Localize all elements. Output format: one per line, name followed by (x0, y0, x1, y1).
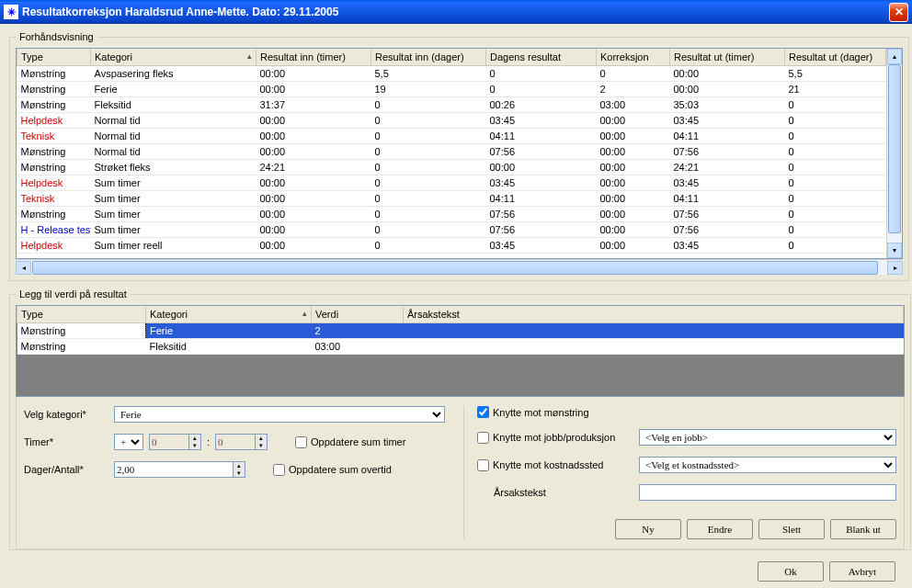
table-row[interactable]: MønstringStrøket fleks24:21000:0000:0024… (17, 159, 886, 175)
close-button[interactable]: ✕ (889, 3, 908, 22)
spin-up-icon[interactable]: ▴ (189, 435, 200, 442)
add-group: Legg til verdi på resultat TypeKategoriV… (9, 288, 911, 550)
timer-sign-select[interactable]: + (114, 434, 143, 450)
timer-hours-input[interactable] (149, 434, 189, 450)
window-title: Resultatkorreksjon Haraldsrud Anne-Mette… (22, 6, 889, 18)
avbryt-button[interactable]: Avbryt (829, 561, 895, 582)
blank-button[interactable]: Blank ut (830, 519, 896, 539)
preview-legend: Forhåndsvisning (16, 31, 97, 42)
add-legend: Legg til verdi på resultat (16, 288, 131, 300)
oppdatere-sum-timer-checkbox[interactable] (295, 436, 307, 448)
jobb-select[interactable]: <Velg en jobb> (639, 429, 896, 446)
slett-button[interactable]: Slett (758, 519, 825, 539)
hscroll-thumb[interactable] (32, 261, 878, 275)
spin-down-icon[interactable]: ▾ (189, 442, 200, 449)
scroll-up-icon[interactable]: ▴ (887, 49, 902, 64)
scroll-left-icon[interactable]: ◂ (16, 261, 31, 275)
title-bar: ✳ Resultatkorreksjon Haraldsrud Anne-Met… (0, 0, 912, 24)
timer-label: Timer* (24, 436, 108, 447)
table-row[interactable]: MønstringFerie2 (17, 322, 904, 338)
preview-header[interactable]: Type (17, 49, 91, 65)
spin-up-icon[interactable]: ▴ (234, 462, 245, 469)
table-row[interactable]: H - Release testSum timer00:00007:5600:0… (17, 221, 886, 237)
table-row[interactable]: MønstringAvspasering fleks00:005,50000:0… (17, 65, 886, 81)
spin-down-icon[interactable]: ▾ (234, 469, 245, 477)
add-header[interactable]: Verdi (312, 306, 404, 322)
table-row[interactable]: HelpdeskSum timer00:00003:4500:0003:450 (17, 175, 886, 190)
preview-group: Forhåndsvisning TypeKategoriResultat inn… (9, 31, 909, 281)
preview-header[interactable]: Resultat inn (timer) (256, 49, 371, 65)
table-row[interactable]: MønstringFerie00:00190200:0021 (17, 81, 886, 96)
timer-hours-spinner[interactable]: ▴▾ (149, 434, 201, 450)
scroll-right-icon[interactable]: ▸ (887, 261, 903, 275)
preview-header[interactable]: Resultat ut (dager) (785, 49, 886, 65)
knytte-kostnad[interactable]: Knytte mot kostnadssted (477, 459, 633, 471)
spin-down-icon[interactable]: ▾ (256, 442, 267, 449)
table-row[interactable]: MønstringFleksitid31:37000:2603:0035:030 (17, 96, 886, 112)
knytte-kostnad-checkbox[interactable] (477, 459, 489, 471)
oppdatere-sum-overtid-checkbox[interactable] (273, 464, 285, 476)
preview-vertical-scrollbar[interactable]: ▴ ▾ (886, 49, 902, 258)
table-row[interactable]: MønstringNormal tid00:00007:5600:0007:56… (17, 143, 886, 159)
scroll-thumb[interactable] (888, 64, 901, 233)
velg-kategori-select[interactable]: Ferie (114, 406, 445, 423)
knytte-monstring-checkbox[interactable] (477, 406, 489, 418)
scroll-down-icon[interactable]: ▾ (887, 243, 902, 258)
oppdatere-sum-overtid[interactable]: Oppdatere sum overtid (273, 464, 392, 476)
spin-up-icon[interactable]: ▴ (256, 435, 267, 442)
arsak-input[interactable] (639, 484, 896, 501)
add-header[interactable]: Kategori (146, 306, 312, 322)
timer-minutes-input[interactable] (215, 434, 256, 450)
velg-kategori-label: Velg kategori* (24, 409, 108, 420)
preview-table[interactable]: TypeKategoriResultat inn (timer)Resultat… (17, 49, 886, 258)
dager-input[interactable] (114, 461, 234, 478)
add-header[interactable]: Årsakstekst (404, 306, 904, 322)
dager-spinner[interactable]: ▴▾ (114, 461, 245, 478)
table-row[interactable]: HelpdeskSum timer reell00:00003:4500:000… (17, 237, 886, 253)
table-row[interactable]: MønstringSum timer00:00007:5600:0007:560 (17, 206, 886, 221)
preview-header[interactable]: Korreksjon (597, 49, 670, 65)
ok-button[interactable]: Ok (758, 561, 824, 582)
ny-button[interactable]: Ny (615, 519, 681, 539)
endre-button[interactable]: Endre (687, 519, 753, 539)
dager-label: Dager/Antall* (24, 464, 108, 475)
knytte-jobb-checkbox[interactable] (477, 432, 489, 444)
knytte-jobb[interactable]: Knytte mot jobb/produksjon (477, 432, 633, 444)
arsak-label: Årsakstekst (477, 487, 633, 498)
app-icon: ✳ (4, 5, 18, 19)
preview-horizontal-scrollbar[interactable]: ◂ ▸ (16, 259, 903, 275)
oppdatere-sum-timer[interactable]: Oppdatere sum timer (295, 436, 405, 448)
timer-minutes-spinner[interactable]: ▴▾ (215, 434, 268, 450)
table-row[interactable]: MønstringFleksitid03:00 (17, 338, 904, 354)
preview-header[interactable]: Kategori (91, 49, 256, 65)
table-row[interactable]: TekniskNormal tid00:00004:1100:0004:110 (17, 128, 886, 143)
knytte-monstring[interactable]: Knytte mot mønstring (477, 406, 633, 418)
table-row[interactable]: TekniskSum timer00:00004:1100:0004:110 (17, 190, 886, 206)
preview-header[interactable]: Resultat ut (timer) (670, 49, 785, 65)
preview-header[interactable]: Resultat inn (dager) (371, 49, 486, 65)
table-row[interactable]: HelpdeskNormal tid00:00003:4500:0003:450 (17, 112, 886, 128)
add-header[interactable]: Type (17, 306, 146, 322)
kostnad-select[interactable]: <Velg et kostnadssted> (639, 457, 896, 473)
preview-header[interactable]: Dagens resultat (486, 49, 597, 65)
add-table[interactable]: TypeKategoriVerdiÅrsakstekst MønstringFe… (16, 305, 905, 397)
